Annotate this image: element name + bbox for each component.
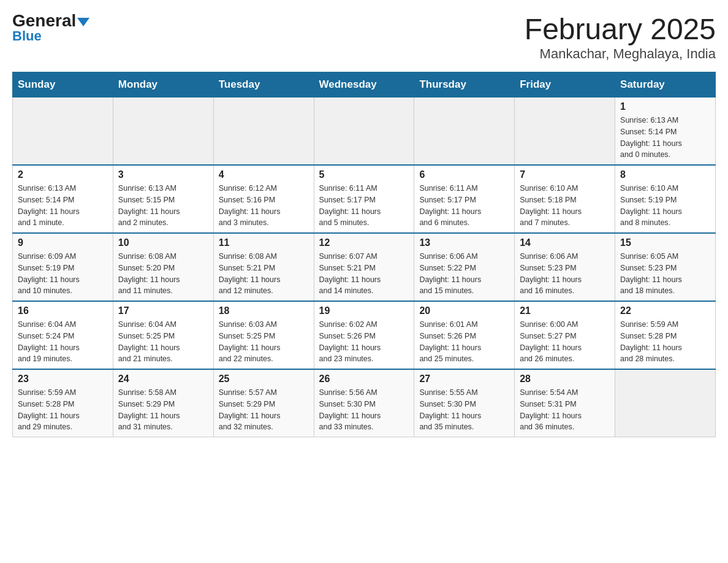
day-number: 5	[319, 169, 409, 180]
day-number: 13	[419, 237, 509, 248]
day-number: 26	[319, 373, 409, 385]
calendar-title: February 2025	[525, 12, 716, 46]
calendar-cell	[213, 98, 314, 166]
calendar-table: SundayMondayTuesdayWednesdayThursdayFrid…	[12, 72, 716, 437]
day-info: Sunrise: 6:10 AM Sunset: 5:18 PM Dayligh…	[520, 183, 610, 229]
day-info: Sunrise: 6:04 AM Sunset: 5:25 PM Dayligh…	[118, 319, 208, 365]
day-number: 28	[520, 373, 610, 385]
day-number: 4	[219, 169, 309, 180]
calendar-cell: 26Sunrise: 5:56 AM Sunset: 5:30 PM Dayli…	[314, 369, 414, 437]
day-info: Sunrise: 5:59 AM Sunset: 5:28 PM Dayligh…	[18, 387, 108, 433]
day-number: 11	[219, 237, 309, 248]
day-info: Sunrise: 6:09 AM Sunset: 5:19 PM Dayligh…	[18, 251, 108, 297]
weekday-header: Monday	[113, 72, 213, 98]
calendar-cell: 12Sunrise: 6:07 AM Sunset: 5:21 PM Dayli…	[314, 233, 414, 301]
day-info: Sunrise: 6:05 AM Sunset: 5:23 PM Dayligh…	[620, 251, 710, 297]
calendar-cell	[515, 98, 615, 166]
day-number: 10	[118, 237, 208, 248]
day-number: 22	[620, 305, 710, 316]
day-info: Sunrise: 6:02 AM Sunset: 5:26 PM Dayligh…	[319, 319, 409, 365]
day-number: 15	[620, 237, 710, 248]
calendar-cell: 8Sunrise: 6:10 AM Sunset: 5:19 PM Daylig…	[615, 165, 716, 233]
calendar-cell: 23Sunrise: 5:59 AM Sunset: 5:28 PM Dayli…	[13, 369, 113, 437]
calendar-subtitle: Mankachar, Meghalaya, India	[525, 46, 716, 62]
calendar-header-row: SundayMondayTuesdayWednesdayThursdayFrid…	[13, 72, 716, 98]
calendar-cell	[414, 98, 515, 166]
day-info: Sunrise: 6:00 AM Sunset: 5:27 PM Dayligh…	[520, 319, 610, 365]
day-number: 25	[219, 373, 309, 385]
page-header: General Blue February 2025 Mankachar, Me…	[12, 12, 716, 62]
day-info: Sunrise: 5:59 AM Sunset: 5:28 PM Dayligh…	[620, 319, 710, 365]
weekday-header: Thursday	[414, 72, 515, 98]
day-info: Sunrise: 6:01 AM Sunset: 5:26 PM Dayligh…	[419, 319, 509, 365]
day-number: 1	[620, 101, 710, 112]
day-info: Sunrise: 6:04 AM Sunset: 5:24 PM Dayligh…	[18, 319, 108, 365]
weekday-header: Saturday	[615, 72, 716, 98]
day-info: Sunrise: 5:54 AM Sunset: 5:31 PM Dayligh…	[520, 387, 610, 433]
calendar-cell	[113, 98, 213, 166]
title-block: February 2025 Mankachar, Meghalaya, Indi…	[525, 12, 716, 62]
calendar-week-row: 16Sunrise: 6:04 AM Sunset: 5:24 PM Dayli…	[13, 301, 716, 369]
day-number: 18	[219, 305, 309, 316]
calendar-cell: 24Sunrise: 5:58 AM Sunset: 5:29 PM Dayli…	[113, 369, 213, 437]
logo-general-text: General	[12, 12, 89, 29]
calendar-week-row: 23Sunrise: 5:59 AM Sunset: 5:28 PM Dayli…	[13, 369, 716, 437]
calendar-cell: 28Sunrise: 5:54 AM Sunset: 5:31 PM Dayli…	[515, 369, 615, 437]
day-info: Sunrise: 6:11 AM Sunset: 5:17 PM Dayligh…	[419, 183, 509, 229]
calendar-week-row: 1Sunrise: 6:13 AM Sunset: 5:14 PM Daylig…	[13, 98, 716, 166]
weekday-header: Tuesday	[213, 72, 314, 98]
weekday-header: Sunday	[13, 72, 113, 98]
calendar-cell: 21Sunrise: 6:00 AM Sunset: 5:27 PM Dayli…	[515, 301, 615, 369]
calendar-cell: 4Sunrise: 6:12 AM Sunset: 5:16 PM Daylig…	[213, 165, 314, 233]
day-number: 17	[118, 305, 208, 316]
day-number: 16	[18, 305, 108, 316]
weekday-header: Friday	[515, 72, 615, 98]
day-info: Sunrise: 5:56 AM Sunset: 5:30 PM Dayligh…	[319, 387, 409, 433]
day-info: Sunrise: 5:55 AM Sunset: 5:30 PM Dayligh…	[419, 387, 509, 433]
calendar-cell: 10Sunrise: 6:08 AM Sunset: 5:20 PM Dayli…	[113, 233, 213, 301]
day-info: Sunrise: 6:13 AM Sunset: 5:14 PM Dayligh…	[18, 183, 108, 229]
day-info: Sunrise: 6:12 AM Sunset: 5:16 PM Dayligh…	[219, 183, 309, 229]
day-info: Sunrise: 6:07 AM Sunset: 5:21 PM Dayligh…	[319, 251, 409, 297]
day-number: 12	[319, 237, 409, 248]
day-info: Sunrise: 6:10 AM Sunset: 5:19 PM Dayligh…	[620, 183, 710, 229]
calendar-cell: 13Sunrise: 6:06 AM Sunset: 5:22 PM Dayli…	[414, 233, 515, 301]
calendar-cell: 9Sunrise: 6:09 AM Sunset: 5:19 PM Daylig…	[13, 233, 113, 301]
day-info: Sunrise: 6:11 AM Sunset: 5:17 PM Dayligh…	[319, 183, 409, 229]
calendar-cell: 11Sunrise: 6:08 AM Sunset: 5:21 PM Dayli…	[213, 233, 314, 301]
calendar-week-row: 2Sunrise: 6:13 AM Sunset: 5:14 PM Daylig…	[13, 165, 716, 233]
day-number: 23	[18, 373, 108, 385]
day-info: Sunrise: 6:03 AM Sunset: 5:25 PM Dayligh…	[219, 319, 309, 365]
calendar-cell	[314, 98, 414, 166]
day-info: Sunrise: 5:58 AM Sunset: 5:29 PM Dayligh…	[118, 387, 208, 433]
weekday-header: Wednesday	[314, 72, 414, 98]
logo-blue-text: Blue	[12, 28, 42, 44]
calendar-cell: 14Sunrise: 6:06 AM Sunset: 5:23 PM Dayli…	[515, 233, 615, 301]
calendar-cell: 15Sunrise: 6:05 AM Sunset: 5:23 PM Dayli…	[615, 233, 716, 301]
logo: General Blue	[12, 12, 89, 44]
day-info: Sunrise: 6:13 AM Sunset: 5:14 PM Dayligh…	[620, 115, 710, 161]
day-number: 24	[118, 373, 208, 385]
calendar-cell: 16Sunrise: 6:04 AM Sunset: 5:24 PM Dayli…	[13, 301, 113, 369]
day-info: Sunrise: 5:57 AM Sunset: 5:29 PM Dayligh…	[219, 387, 309, 433]
day-number: 8	[620, 169, 710, 180]
day-number: 9	[18, 237, 108, 248]
day-number: 20	[419, 305, 509, 316]
day-info: Sunrise: 6:13 AM Sunset: 5:15 PM Dayligh…	[118, 183, 208, 229]
day-number: 7	[520, 169, 610, 180]
day-number: 21	[520, 305, 610, 316]
calendar-cell: 17Sunrise: 6:04 AM Sunset: 5:25 PM Dayli…	[113, 301, 213, 369]
calendar-cell: 22Sunrise: 5:59 AM Sunset: 5:28 PM Dayli…	[615, 301, 716, 369]
day-number: 27	[419, 373, 509, 385]
calendar-cell	[13, 98, 113, 166]
day-number: 3	[118, 169, 208, 180]
day-info: Sunrise: 6:06 AM Sunset: 5:22 PM Dayligh…	[419, 251, 509, 297]
calendar-cell: 1Sunrise: 6:13 AM Sunset: 5:14 PM Daylig…	[615, 98, 716, 166]
calendar-cell: 27Sunrise: 5:55 AM Sunset: 5:30 PM Dayli…	[414, 369, 515, 437]
day-info: Sunrise: 6:08 AM Sunset: 5:20 PM Dayligh…	[118, 251, 208, 297]
calendar-cell: 2Sunrise: 6:13 AM Sunset: 5:14 PM Daylig…	[13, 165, 113, 233]
calendar-cell: 5Sunrise: 6:11 AM Sunset: 5:17 PM Daylig…	[314, 165, 414, 233]
day-info: Sunrise: 6:08 AM Sunset: 5:21 PM Dayligh…	[219, 251, 309, 297]
calendar-cell: 20Sunrise: 6:01 AM Sunset: 5:26 PM Dayli…	[414, 301, 515, 369]
day-number: 2	[18, 169, 108, 180]
